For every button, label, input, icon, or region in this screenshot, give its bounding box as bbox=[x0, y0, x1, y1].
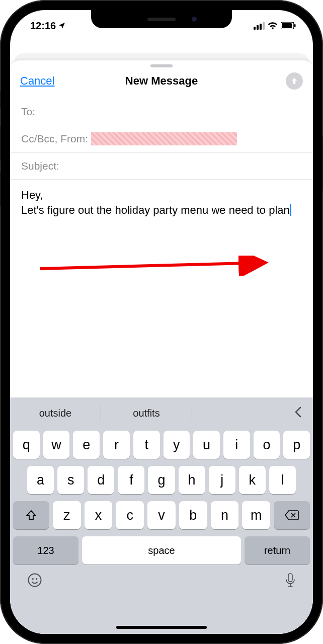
key-i[interactable]: i bbox=[223, 431, 250, 459]
phone-frame: 12:16 Cancel New Message To: bbox=[0, 0, 323, 644]
numbers-key[interactable]: 123 bbox=[13, 536, 78, 565]
svg-point-6 bbox=[36, 578, 37, 580]
svg-rect-1 bbox=[282, 23, 292, 28]
screen: 12:16 Cancel New Message To: bbox=[10, 10, 313, 634]
arrow-up-icon bbox=[290, 76, 299, 86]
cancel-button[interactable]: Cancel bbox=[20, 74, 54, 88]
key-o[interactable]: o bbox=[254, 431, 280, 459]
sheet-title: New Message bbox=[10, 74, 313, 88]
subject-label: Subject: bbox=[21, 160, 59, 172]
delete-key[interactable] bbox=[274, 501, 310, 529]
return-key[interactable]: return bbox=[245, 536, 310, 565]
key-w[interactable]: w bbox=[43, 431, 70, 459]
key-j[interactable]: j bbox=[209, 466, 235, 494]
key-x[interactable]: x bbox=[85, 501, 113, 529]
body-line-2: Let's figure out the holiday party menu … bbox=[21, 203, 302, 218]
key-r[interactable]: r bbox=[103, 431, 130, 459]
key-a[interactable]: a bbox=[27, 466, 54, 494]
emoji-icon bbox=[27, 573, 42, 588]
keyboard-row-1: q w e r t y u i o p bbox=[13, 431, 310, 459]
cellular-icon bbox=[254, 22, 265, 30]
key-n[interactable]: n bbox=[211, 501, 239, 529]
key-h[interactable]: h bbox=[179, 466, 205, 494]
mute-switch bbox=[0, 91, 1, 109]
key-l[interactable]: l bbox=[269, 466, 296, 494]
key-g[interactable]: g bbox=[148, 466, 175, 494]
key-y[interactable]: y bbox=[164, 431, 190, 459]
keyboard-row-3: z x c v b n m bbox=[13, 501, 310, 529]
shift-key[interactable] bbox=[13, 501, 49, 529]
keyboard-row-2: a s d f g h j k l bbox=[13, 466, 310, 494]
wifi-icon bbox=[268, 22, 278, 30]
send-button[interactable] bbox=[286, 72, 303, 90]
key-b[interactable]: b bbox=[179, 501, 207, 529]
key-m[interactable]: m bbox=[242, 501, 270, 529]
suggestion-bar: outside outfits bbox=[10, 397, 313, 429]
to-label: To: bbox=[21, 106, 35, 118]
volume-up bbox=[0, 126, 1, 161]
ccbcc-label: Cc/Bcc, From: bbox=[21, 133, 88, 145]
text-cursor bbox=[290, 204, 291, 216]
home-indicator[interactable] bbox=[116, 626, 207, 629]
svg-rect-2 bbox=[294, 24, 296, 27]
status-time: 12:16 bbox=[30, 20, 56, 32]
swipe-right-arrow-annotation bbox=[40, 256, 277, 276]
key-p[interactable]: p bbox=[283, 431, 310, 459]
key-v[interactable]: v bbox=[147, 501, 176, 529]
location-icon bbox=[58, 22, 66, 30]
shift-icon bbox=[25, 509, 37, 521]
svg-point-5 bbox=[32, 578, 34, 580]
dictation-button[interactable] bbox=[285, 573, 296, 591]
key-s[interactable]: s bbox=[57, 466, 84, 494]
key-f[interactable]: f bbox=[118, 466, 144, 494]
chevron-left-icon bbox=[294, 407, 301, 418]
key-d[interactable]: d bbox=[88, 466, 114, 494]
svg-line-3 bbox=[40, 263, 266, 269]
notch bbox=[91, 10, 232, 28]
compose-sheet: Cancel New Message To: Cc/Bcc, From: Sub… bbox=[10, 60, 313, 634]
keyboard-row-4: 123 space return bbox=[13, 536, 310, 565]
message-body[interactable]: Hey, Let's figure out the holiday party … bbox=[10, 180, 313, 225]
body-line-1: Hey, bbox=[21, 188, 302, 203]
svg-point-4 bbox=[29, 574, 41, 587]
ccbcc-from-field[interactable]: Cc/Bcc, From: bbox=[10, 125, 313, 153]
key-c[interactable]: c bbox=[116, 501, 144, 529]
microphone-icon bbox=[285, 573, 296, 588]
to-field[interactable]: To: bbox=[10, 99, 313, 125]
key-q[interactable]: q bbox=[13, 431, 40, 459]
key-k[interactable]: k bbox=[239, 466, 266, 494]
battery-icon bbox=[281, 22, 296, 29]
subject-field[interactable]: Subject: bbox=[10, 153, 313, 180]
key-t[interactable]: t bbox=[133, 431, 160, 459]
suggestion-1[interactable]: outside bbox=[10, 408, 101, 419]
volume-down bbox=[0, 171, 1, 206]
key-e[interactable]: e bbox=[73, 431, 100, 459]
keyboard: outside outfits q w e r t bbox=[10, 397, 313, 634]
emoji-button[interactable] bbox=[27, 573, 42, 591]
from-address-redacted bbox=[91, 132, 237, 145]
key-z[interactable]: z bbox=[53, 501, 81, 529]
suggestion-2[interactable]: outfits bbox=[101, 408, 192, 419]
key-u[interactable]: u bbox=[193, 431, 220, 459]
collapse-suggestions-button[interactable] bbox=[283, 406, 313, 421]
backspace-icon bbox=[284, 510, 299, 521]
svg-rect-7 bbox=[288, 574, 292, 582]
space-key[interactable]: space bbox=[82, 536, 241, 565]
